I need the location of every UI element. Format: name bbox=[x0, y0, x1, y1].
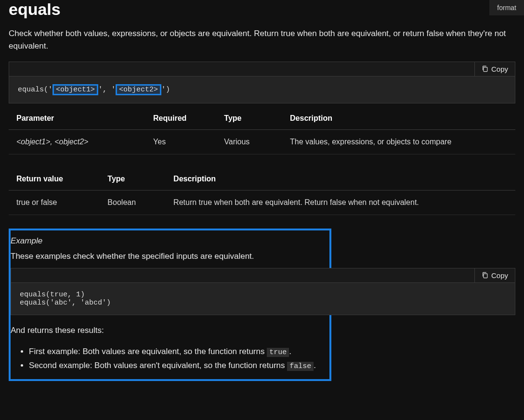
cell-return-value: true or false bbox=[9, 190, 100, 215]
table-header-row: Return value Type Description bbox=[9, 168, 515, 191]
sig-token-object1: <object1> bbox=[52, 84, 98, 95]
cell-required: Yes bbox=[145, 129, 216, 154]
code-toolbar: Copy bbox=[9, 62, 515, 76]
result-suffix: . bbox=[314, 361, 316, 370]
cell-description: Return true when both are equivalent. Re… bbox=[166, 190, 515, 215]
col-type: Type bbox=[100, 168, 166, 191]
result-code: false bbox=[287, 362, 314, 371]
sig-suffix: ') bbox=[161, 86, 170, 94]
copy-icon bbox=[482, 272, 488, 279]
copy-label: Copy bbox=[491, 65, 508, 73]
copy-button[interactable]: Copy bbox=[474, 268, 515, 282]
svg-rect-1 bbox=[484, 274, 487, 278]
code-toolbar: Copy bbox=[11, 268, 515, 283]
table-row: true or false Boolean Return true when b… bbox=[9, 190, 515, 215]
table-row: <object1>, <object2> Yes Various The val… bbox=[9, 129, 515, 154]
list-item: Second example: Both values aren't equiv… bbox=[29, 359, 515, 373]
col-required: Required bbox=[145, 107, 216, 130]
cell-type: Various bbox=[216, 129, 282, 154]
sig-token-object2: <object2> bbox=[116, 84, 161, 95]
format-chip[interactable]: format bbox=[489, 0, 524, 15]
col-type: Type bbox=[216, 107, 282, 130]
page-title: equals bbox=[9, 0, 515, 19]
sig-mid: ', ' bbox=[98, 86, 116, 94]
results-list: First example: Both values are equivalen… bbox=[11, 345, 515, 373]
col-return-value: Return value bbox=[9, 168, 100, 191]
cell-type: Boolean bbox=[100, 190, 166, 215]
result-prefix: Second example: Both values aren't equiv… bbox=[29, 361, 287, 370]
table-header-row: Parameter Required Type Description bbox=[9, 107, 515, 130]
example-heading: Example bbox=[11, 234, 515, 252]
example-lead: These examples check whether the specifi… bbox=[11, 252, 515, 268]
col-description: Description bbox=[282, 107, 515, 130]
list-item: First example: Both values are equivalen… bbox=[29, 345, 515, 359]
copy-label: Copy bbox=[491, 271, 508, 280]
parameters-table: Parameter Required Type Description <obj… bbox=[9, 107, 515, 154]
sig-prefix: equals(' bbox=[18, 86, 52, 94]
svg-rect-0 bbox=[484, 67, 487, 72]
col-parameter: Parameter bbox=[9, 107, 145, 130]
example-code-block: Copy equals(true, 1) equals('abc', 'abcd… bbox=[11, 268, 515, 315]
example-highlight-box: Example These examples check whether the… bbox=[9, 229, 331, 382]
signature-code: equals('<object1>', '<object2>') bbox=[9, 76, 515, 103]
copy-icon bbox=[482, 65, 488, 72]
result-prefix: First example: Both values are equivalen… bbox=[29, 347, 267, 356]
cell-description: The values, expressions, or objects to c… bbox=[282, 129, 515, 154]
example-code: equals(true, 1) equals('abc', 'abcd') bbox=[11, 283, 515, 315]
signature-code-block: Copy equals('<object1>', '<object2>') bbox=[9, 62, 515, 103]
result-code: true bbox=[267, 348, 289, 357]
cell-parameter: <object1>, <object2> bbox=[9, 129, 145, 154]
col-description: Description bbox=[166, 168, 515, 191]
result-suffix: . bbox=[289, 347, 291, 356]
copy-button[interactable]: Copy bbox=[474, 62, 515, 76]
results-intro: And returns these results: bbox=[11, 319, 515, 342]
return-table: Return value Type Description true or fa… bbox=[9, 168, 515, 215]
intro-text: Check whether both values, expressions, … bbox=[9, 27, 515, 53]
